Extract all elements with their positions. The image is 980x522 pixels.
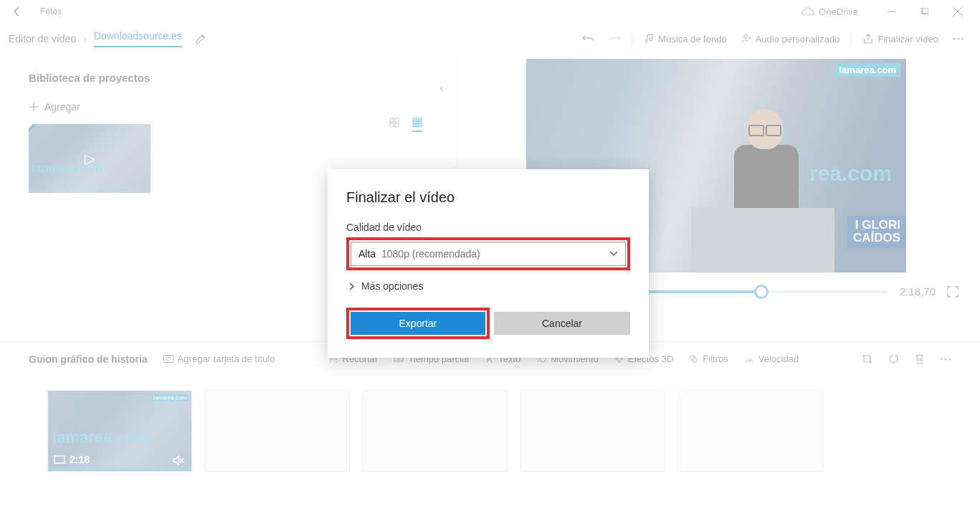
cancel-button[interactable]: Cancelar bbox=[494, 312, 630, 335]
export-label: Exportar bbox=[399, 318, 437, 329]
export-button[interactable]: Exportar bbox=[351, 312, 485, 335]
quality-highlight: Alta 1080p (recomendada) bbox=[346, 237, 630, 270]
dialog-title: Finalizar el vídeo bbox=[346, 189, 630, 206]
more-options-label: Más opciones bbox=[361, 280, 423, 292]
finish-video-dialog: Finalizar el vídeo Calidad de vídeo Alta… bbox=[328, 169, 649, 358]
export-highlight: Exportar bbox=[346, 308, 490, 339]
chevron-down-icon bbox=[609, 251, 618, 257]
quality-value: Alta 1080p (recomendada) bbox=[358, 248, 480, 260]
chevron-right-icon bbox=[349, 283, 354, 290]
more-options-button[interactable]: Más opciones bbox=[349, 280, 630, 292]
quality-label: Calidad de vídeo bbox=[346, 222, 630, 233]
quality-dropdown[interactable]: Alta 1080p (recomendada) bbox=[351, 242, 626, 266]
cancel-label: Cancelar bbox=[542, 318, 582, 329]
dialog-buttons: Exportar Cancelar bbox=[346, 308, 630, 339]
